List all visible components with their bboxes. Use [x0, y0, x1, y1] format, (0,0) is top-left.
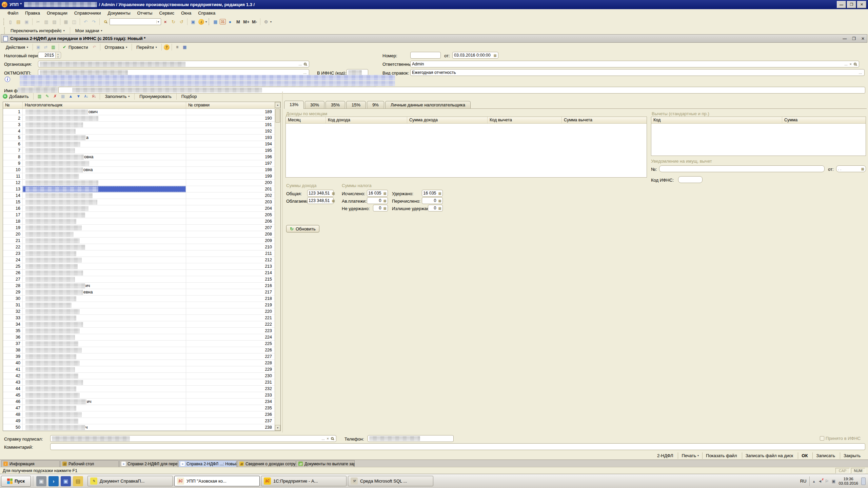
table-row[interactable]: 14 202 — [3, 192, 275, 199]
cut-icon[interactable]: ✂ — [34, 18, 42, 25]
rate-tab[interactable]: 35% — [326, 101, 345, 109]
flag-icon[interactable]: ⚐ — [825, 479, 829, 484]
user-icon[interactable]: ● — [226, 18, 234, 25]
table-row[interactable]: 39 227 — [3, 353, 275, 360]
table-row[interactable]: 41 229 — [3, 366, 275, 373]
table-row[interactable]: 9 197 — [3, 160, 275, 167]
column-header-n[interactable]: № — [3, 102, 23, 108]
tray-expand-icon[interactable]: ▴ — [813, 479, 815, 484]
table-row[interactable]: 44 232 — [3, 386, 275, 392]
copy-icon[interactable]: ▥ — [42, 18, 50, 25]
clock[interactable]: 19:36 03.03.2016 — [839, 477, 858, 486]
table-row[interactable]: 1 ович 189 — [3, 109, 275, 115]
doc-close-button[interactable]: ✕ — [861, 36, 865, 41]
form-action-button[interactable]: Показать файл — [702, 452, 742, 459]
restore-button[interactable]: ❐ — [847, 1, 856, 8]
vertical-scrollbar[interactable]: ▲ ▼ — [275, 102, 280, 431]
table-row[interactable]: 26 214 — [3, 270, 275, 276]
move-up-icon[interactable]: ▲ — [67, 93, 74, 100]
rate-tab[interactable]: Личные данные налогоплательщика — [385, 101, 471, 109]
delete-icon[interactable]: ✗ — [52, 93, 58, 100]
signed-by-field[interactable]: ... × — [50, 435, 336, 442]
windows-icon[interactable]: ▣ — [189, 18, 197, 25]
form-action-button[interactable]: 2-НДФЛ — [654, 452, 678, 459]
menu-item[interactable]: Окна — [178, 10, 195, 16]
search-icon[interactable] — [101, 18, 109, 25]
open-icon[interactable]: ▤ — [15, 18, 22, 25]
paste-icon[interactable]: ▧ — [51, 18, 58, 25]
network-icon[interactable]: ▣ — [832, 479, 835, 484]
menu-item[interactable]: Документы — [104, 10, 134, 16]
column-header-code[interactable]: Код — [651, 117, 782, 123]
settings-grid-icon[interactable]: ▦ — [181, 44, 188, 50]
table-row[interactable]: 49 237 — [3, 418, 275, 424]
date-field[interactable]: 03.03.2016 0:00:00 ▦ — [452, 52, 498, 59]
quick-launch-icon[interactable]: › — [48, 476, 59, 486]
mdi-tab[interactable]: ▦Сведения о доходах сотруд... — [237, 460, 296, 467]
table-row[interactable]: 3 191 — [3, 122, 275, 128]
new-document-icon[interactable]: ▯ — [6, 18, 14, 25]
switch-interface-button[interactable]: Переключить интерфейс▾ — [8, 27, 67, 34]
redo-icon[interactable]: ↷ — [90, 18, 98, 25]
actions-button[interactable]: Действия▾ — [3, 44, 31, 50]
mdi-tab[interactable]: ▤Рабочий стол — [60, 460, 119, 467]
edit-icon[interactable]: ✎ — [44, 93, 51, 100]
calendar-picker-icon[interactable]: ▦ — [493, 54, 497, 57]
undo-post-icon[interactable]: ↶ — [91, 44, 98, 50]
show-desktop-button[interactable] — [861, 477, 866, 485]
certificate-kind-field[interactable]: Ежегодная отчетность ... — [410, 69, 865, 76]
table-row[interactable]: 30 218 — [3, 296, 275, 302]
table-row[interactable]: 48 236 — [3, 411, 275, 418]
panel-splitter[interactable] — [282, 92, 283, 432]
tax-calculated-field[interactable]: 16 035▦ — [367, 190, 388, 197]
phone-field[interactable] — [368, 435, 454, 442]
column-header-deduction-code[interactable]: Код вычета — [488, 117, 562, 123]
tax-period-field[interactable]: 2015 ▴▾ — [38, 52, 61, 59]
responsible-field[interactable]: Admin ... × — [410, 61, 859, 67]
table-row[interactable]: 38 226 — [3, 347, 275, 353]
table-row[interactable]: 45 233 — [3, 392, 275, 399]
column-header-taxpayer[interactable]: Налогоплательщик — [23, 102, 186, 108]
quick-launch-icon[interactable]: ▣ — [61, 476, 71, 486]
notice-date-field[interactable]: . . ▦ — [836, 165, 866, 172]
column-header-month[interactable]: Месяц — [286, 117, 326, 123]
move-down-icon[interactable]: ▼ — [75, 93, 82, 100]
enumerate-button[interactable]: Пронумеровать — [137, 93, 174, 100]
income-table[interactable]: Месяц Код дохода Сумма дохода Код вычета… — [285, 117, 647, 178]
doc-restore-button[interactable]: ❐ — [852, 36, 856, 41]
toolbar-grip[interactable] — [4, 27, 5, 34]
column-header-income-sum[interactable]: Сумма дохода — [407, 117, 488, 123]
start-button[interactable]: Пуск — [1, 476, 31, 487]
save-icon[interactable]: ▣ — [23, 18, 31, 25]
pick-button[interactable]: Подбор — [179, 93, 199, 100]
rate-tab[interactable]: 13% — [284, 101, 304, 109]
choose-button[interactable]: ... — [320, 436, 326, 441]
minimize-button[interactable]: — — [837, 1, 846, 8]
add-button[interactable]: Добавить — [8, 93, 31, 100]
form-action-button[interactable]: Записать — [812, 452, 840, 459]
menu-item[interactable]: Операции — [43, 10, 71, 16]
rate-tab[interactable]: 30% — [305, 101, 324, 109]
advance-payments-field[interactable]: 0▦ — [367, 197, 388, 204]
language-indicator[interactable]: RU — [800, 479, 807, 484]
reread-icon[interactable]: ⇄ — [42, 44, 49, 50]
menu-item[interactable]: Файл — [4, 10, 22, 16]
number-field[interactable] — [410, 52, 441, 59]
calculator-icon[interactable]: ▦ — [437, 191, 441, 195]
write-icon[interactable]: ▣ — [35, 44, 42, 50]
table-row[interactable]: 37 225 — [3, 341, 275, 347]
structure-icon[interactable]: ≡ — [174, 44, 181, 50]
table-row[interactable]: 27 215 — [3, 276, 275, 283]
table-row[interactable]: 24 212 — [3, 257, 275, 263]
table-row[interactable]: 15 203 — [3, 199, 275, 205]
comment-field[interactable] — [50, 443, 865, 450]
quick-launch-icon[interactable]: ▤ — [73, 476, 83, 486]
mdi-tab[interactable]: ≡Справки 2-НДФЛ для пере... — [119, 460, 178, 467]
open-search-icon[interactable] — [853, 63, 857, 65]
calc-m-plus-icon[interactable]: M+ — [242, 18, 250, 25]
table-row[interactable]: 33 221 — [3, 315, 275, 321]
sort-asc-icon[interactable]: А↓ — [83, 93, 90, 100]
table-row[interactable]: 46 ич 234 — [3, 399, 275, 405]
chevron-down-icon[interactable]: ▾ — [156, 20, 160, 23]
toolbar-grip[interactable] — [209, 18, 210, 25]
